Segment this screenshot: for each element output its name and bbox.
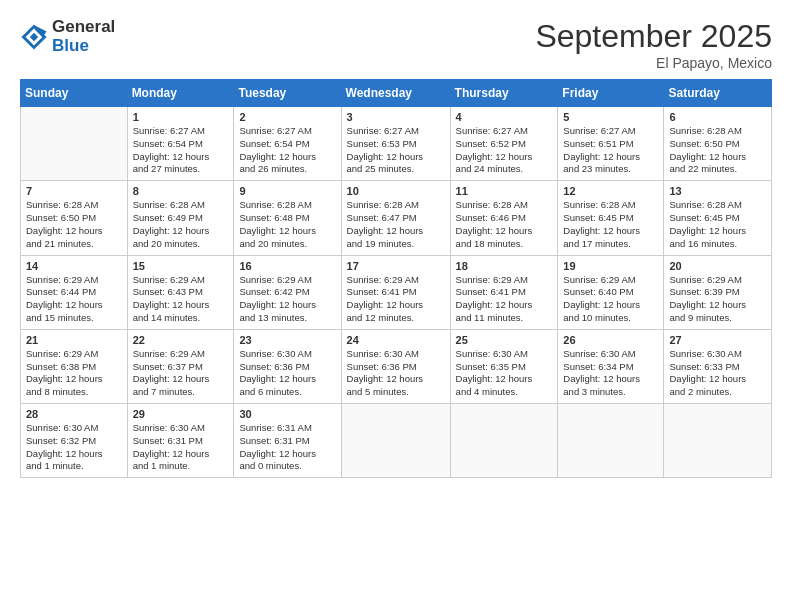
col-tuesday: Tuesday (234, 80, 341, 107)
day-info: Sunrise: 6:29 AMSunset: 6:37 PMDaylight:… (133, 348, 229, 399)
day-number: 17 (347, 260, 445, 272)
header: General Blue September 2025 El Papayo, M… (20, 18, 772, 71)
day-number: 9 (239, 185, 335, 197)
calendar-day-cell: 13Sunrise: 6:28 AMSunset: 6:45 PMDayligh… (664, 181, 772, 255)
logo-text: General Blue (52, 18, 115, 55)
day-info: Sunrise: 6:29 AMSunset: 6:40 PMDaylight:… (563, 274, 658, 325)
calendar-day-cell: 18Sunrise: 6:29 AMSunset: 6:41 PMDayligh… (450, 255, 558, 329)
calendar-day-cell: 5Sunrise: 6:27 AMSunset: 6:51 PMDaylight… (558, 107, 664, 181)
calendar-day-cell: 30Sunrise: 6:31 AMSunset: 6:31 PMDayligh… (234, 404, 341, 478)
day-number: 27 (669, 334, 766, 346)
day-info: Sunrise: 6:30 AMSunset: 6:31 PMDaylight:… (133, 422, 229, 473)
title-block: September 2025 El Papayo, Mexico (535, 18, 772, 71)
calendar-day-cell (341, 404, 450, 478)
day-number: 30 (239, 408, 335, 420)
day-info: Sunrise: 6:28 AMSunset: 6:50 PMDaylight:… (26, 199, 122, 250)
day-info: Sunrise: 6:30 AMSunset: 6:33 PMDaylight:… (669, 348, 766, 399)
day-number: 4 (456, 111, 553, 123)
calendar-day-cell: 7Sunrise: 6:28 AMSunset: 6:50 PMDaylight… (21, 181, 128, 255)
day-info: Sunrise: 6:31 AMSunset: 6:31 PMDaylight:… (239, 422, 335, 473)
location-subtitle: El Papayo, Mexico (535, 55, 772, 71)
day-number: 19 (563, 260, 658, 272)
day-info: Sunrise: 6:27 AMSunset: 6:51 PMDaylight:… (563, 125, 658, 176)
day-number: 25 (456, 334, 553, 346)
calendar-day-cell (21, 107, 128, 181)
calendar-day-cell: 15Sunrise: 6:29 AMSunset: 6:43 PMDayligh… (127, 255, 234, 329)
day-number: 5 (563, 111, 658, 123)
calendar-week-row: 7Sunrise: 6:28 AMSunset: 6:50 PMDaylight… (21, 181, 772, 255)
day-number: 23 (239, 334, 335, 346)
calendar-week-row: 14Sunrise: 6:29 AMSunset: 6:44 PMDayligh… (21, 255, 772, 329)
calendar-day-cell: 28Sunrise: 6:30 AMSunset: 6:32 PMDayligh… (21, 404, 128, 478)
calendar-table: Sunday Monday Tuesday Wednesday Thursday… (20, 79, 772, 478)
day-number: 29 (133, 408, 229, 420)
day-info: Sunrise: 6:28 AMSunset: 6:47 PMDaylight:… (347, 199, 445, 250)
day-info: Sunrise: 6:28 AMSunset: 6:50 PMDaylight:… (669, 125, 766, 176)
calendar-day-cell: 21Sunrise: 6:29 AMSunset: 6:38 PMDayligh… (21, 329, 128, 403)
day-info: Sunrise: 6:29 AMSunset: 6:39 PMDaylight:… (669, 274, 766, 325)
day-number: 11 (456, 185, 553, 197)
day-info: Sunrise: 6:30 AMSunset: 6:34 PMDaylight:… (563, 348, 658, 399)
day-number: 2 (239, 111, 335, 123)
day-info: Sunrise: 6:27 AMSunset: 6:54 PMDaylight:… (239, 125, 335, 176)
calendar-day-cell: 19Sunrise: 6:29 AMSunset: 6:40 PMDayligh… (558, 255, 664, 329)
calendar-day-cell: 22Sunrise: 6:29 AMSunset: 6:37 PMDayligh… (127, 329, 234, 403)
month-title: September 2025 (535, 18, 772, 55)
day-info: Sunrise: 6:29 AMSunset: 6:41 PMDaylight:… (347, 274, 445, 325)
day-number: 13 (669, 185, 766, 197)
calendar-day-cell: 17Sunrise: 6:29 AMSunset: 6:41 PMDayligh… (341, 255, 450, 329)
calendar-week-row: 21Sunrise: 6:29 AMSunset: 6:38 PMDayligh… (21, 329, 772, 403)
day-info: Sunrise: 6:29 AMSunset: 6:38 PMDaylight:… (26, 348, 122, 399)
calendar-day-cell: 27Sunrise: 6:30 AMSunset: 6:33 PMDayligh… (664, 329, 772, 403)
calendar-day-cell: 3Sunrise: 6:27 AMSunset: 6:53 PMDaylight… (341, 107, 450, 181)
day-number: 12 (563, 185, 658, 197)
calendar-day-cell: 20Sunrise: 6:29 AMSunset: 6:39 PMDayligh… (664, 255, 772, 329)
day-info: Sunrise: 6:30 AMSunset: 6:36 PMDaylight:… (239, 348, 335, 399)
logo-icon (20, 23, 48, 51)
calendar-day-cell (558, 404, 664, 478)
logo: General Blue (20, 18, 115, 55)
calendar-day-cell: 25Sunrise: 6:30 AMSunset: 6:35 PMDayligh… (450, 329, 558, 403)
calendar-day-cell (664, 404, 772, 478)
day-info: Sunrise: 6:28 AMSunset: 6:49 PMDaylight:… (133, 199, 229, 250)
page: General Blue September 2025 El Papayo, M… (0, 0, 792, 612)
day-number: 15 (133, 260, 229, 272)
calendar-day-cell: 16Sunrise: 6:29 AMSunset: 6:42 PMDayligh… (234, 255, 341, 329)
calendar-day-cell: 12Sunrise: 6:28 AMSunset: 6:45 PMDayligh… (558, 181, 664, 255)
day-number: 10 (347, 185, 445, 197)
calendar-day-cell: 8Sunrise: 6:28 AMSunset: 6:49 PMDaylight… (127, 181, 234, 255)
calendar-day-cell: 26Sunrise: 6:30 AMSunset: 6:34 PMDayligh… (558, 329, 664, 403)
day-number: 1 (133, 111, 229, 123)
day-info: Sunrise: 6:27 AMSunset: 6:53 PMDaylight:… (347, 125, 445, 176)
day-info: Sunrise: 6:28 AMSunset: 6:45 PMDaylight:… (563, 199, 658, 250)
day-info: Sunrise: 6:28 AMSunset: 6:48 PMDaylight:… (239, 199, 335, 250)
day-number: 28 (26, 408, 122, 420)
col-sunday: Sunday (21, 80, 128, 107)
calendar-week-row: 1Sunrise: 6:27 AMSunset: 6:54 PMDaylight… (21, 107, 772, 181)
day-number: 6 (669, 111, 766, 123)
calendar-day-cell (450, 404, 558, 478)
day-info: Sunrise: 6:29 AMSunset: 6:44 PMDaylight:… (26, 274, 122, 325)
calendar-day-cell: 2Sunrise: 6:27 AMSunset: 6:54 PMDaylight… (234, 107, 341, 181)
day-number: 8 (133, 185, 229, 197)
calendar-day-cell: 14Sunrise: 6:29 AMSunset: 6:44 PMDayligh… (21, 255, 128, 329)
col-monday: Monday (127, 80, 234, 107)
day-info: Sunrise: 6:28 AMSunset: 6:46 PMDaylight:… (456, 199, 553, 250)
col-saturday: Saturday (664, 80, 772, 107)
calendar-day-cell: 23Sunrise: 6:30 AMSunset: 6:36 PMDayligh… (234, 329, 341, 403)
day-number: 20 (669, 260, 766, 272)
day-info: Sunrise: 6:30 AMSunset: 6:36 PMDaylight:… (347, 348, 445, 399)
day-info: Sunrise: 6:28 AMSunset: 6:45 PMDaylight:… (669, 199, 766, 250)
calendar-day-cell: 1Sunrise: 6:27 AMSunset: 6:54 PMDaylight… (127, 107, 234, 181)
calendar-day-cell: 9Sunrise: 6:28 AMSunset: 6:48 PMDaylight… (234, 181, 341, 255)
day-number: 21 (26, 334, 122, 346)
calendar-day-cell: 6Sunrise: 6:28 AMSunset: 6:50 PMDaylight… (664, 107, 772, 181)
day-number: 16 (239, 260, 335, 272)
calendar-header-row: Sunday Monday Tuesday Wednesday Thursday… (21, 80, 772, 107)
day-number: 3 (347, 111, 445, 123)
day-info: Sunrise: 6:30 AMSunset: 6:32 PMDaylight:… (26, 422, 122, 473)
day-number: 7 (26, 185, 122, 197)
day-info: Sunrise: 6:29 AMSunset: 6:41 PMDaylight:… (456, 274, 553, 325)
calendar-day-cell: 10Sunrise: 6:28 AMSunset: 6:47 PMDayligh… (341, 181, 450, 255)
col-friday: Friday (558, 80, 664, 107)
